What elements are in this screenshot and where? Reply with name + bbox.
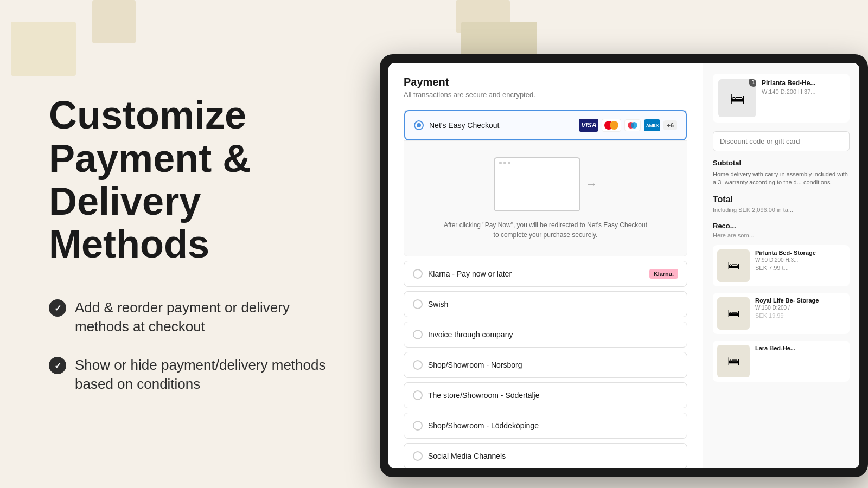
delivery-note: Home delivery with carry-in assembly inc… <box>713 170 850 187</box>
reco-product-1-info: Pirlanta Bed- Storage W:90 D:200 H:3... … <box>755 249 845 282</box>
check-icon-2 <box>49 357 66 374</box>
order-summary: 🛏 1 Pirlanta Bed-He... W:140 D:200 H:37.… <box>703 63 859 468</box>
title-line1: Customize <box>49 93 246 137</box>
main-product-card: 🛏 1 Pirlanta Bed-He... W:140 D:200 H:37.… <box>713 74 850 123</box>
discount-input[interactable] <box>713 131 850 151</box>
radio-nets[interactable] <box>414 120 424 130</box>
radio-klarna[interactable] <box>413 269 423 279</box>
payment-title: Payment <box>404 76 687 88</box>
payment-label-norsborg: Shop/Showroom - Norsborg <box>428 361 678 369</box>
reco-product-3-image: 🛏 <box>717 345 750 377</box>
browser-dots <box>499 162 510 164</box>
browser-dot-2 <box>503 162 506 164</box>
klarna-badge: Klarna. <box>649 269 678 279</box>
radio-loddekopinge[interactable] <box>413 421 423 431</box>
maestro-icon <box>624 119 641 131</box>
browser-dot-1 <box>499 162 502 164</box>
feature-text-2: Show or hide payment/delivery methods ba… <box>75 356 336 394</box>
feature-text-1: Add & reorder payment or delivery method… <box>75 298 336 336</box>
feature-list: Add & reorder payment or delivery method… <box>49 298 336 394</box>
reco-product-3[interactable]: 🛏 Lara Bed-He... <box>713 341 850 382</box>
payment-option-header-loddekopinge[interactable]: Shop/Showroom - Löddeköpinge <box>404 413 687 438</box>
payment-option-header-sodertalje[interactable]: The store/Showroom - Södertälje <box>404 383 687 408</box>
feature-item-1: Add & reorder payment or delivery method… <box>49 298 336 336</box>
device-container: Payment All transactions are secure and … <box>347 0 868 488</box>
reco-product-3-name: Lara Bed-He... <box>755 345 845 351</box>
browser-mockup-container: → <box>494 157 598 211</box>
reco-product-2-image: 🛏 <box>717 297 750 330</box>
feature-item-2: Show or hide payment/delivery methods ba… <box>49 356 336 394</box>
payment-option-sodertalje[interactable]: The store/Showroom - Södertälje <box>404 382 687 408</box>
payment-option-header-social[interactable]: Social Media Channels <box>404 444 687 468</box>
payment-label-nets: Net's Easy Checkout <box>429 121 573 130</box>
nets-graphic: → After clicking "Pay Now", you will be … <box>404 140 687 256</box>
reco-product-1-image: 🛏 <box>717 249 750 282</box>
payment-option-social[interactable]: Social Media Channels <box>404 443 687 468</box>
payment-label-sodertalje: The store/Showroom - Södertälje <box>428 391 678 400</box>
plus-badge: +6 <box>663 120 677 130</box>
checkout-panel: Payment All transactions are secure and … <box>388 63 703 468</box>
nets-description: After clicking "Pay Now", you will be re… <box>443 220 649 240</box>
svg-point-1 <box>631 122 637 129</box>
payment-option-header-swish[interactable]: Swish <box>404 292 687 317</box>
reco-product-2-price: SEK 19.99 <box>755 312 845 319</box>
payment-label-invoice: Invoice through company <box>428 330 678 339</box>
payment-icons-nets: VISA <box>579 119 677 132</box>
main-product-info: Pirlanta Bed-He... W:140 D:200 H:37... <box>762 79 844 117</box>
reco-product-1-name: Pirlanta Bed- Storage <box>755 249 845 256</box>
tablet-frame: Payment All transactions are secure and … <box>380 54 868 477</box>
mastercard-icon <box>602 119 621 132</box>
payment-option-loddekopinge[interactable]: Shop/Showroom - Löddeköpinge <box>404 413 687 439</box>
main-product-name: Pirlanta Bed-He... <box>762 79 844 87</box>
reco-product-2[interactable]: 🛏 Royal Life Be- Storage W:160 D:200 / S… <box>713 293 850 334</box>
browser-dot-3 <box>508 162 510 164</box>
check-icon-1 <box>49 299 66 317</box>
reco-product-2-name: Royal Life Be- Storage <box>755 297 845 304</box>
radio-norsborg[interactable] <box>413 360 423 370</box>
redirect-arrow-icon: → <box>586 177 598 191</box>
payment-option-invoice[interactable]: Invoice through company <box>404 322 687 348</box>
radio-invoice[interactable] <box>413 330 423 339</box>
payment-option-header-klarna[interactable]: Klarna - Pay now or later Klarna. <box>404 261 687 286</box>
reco-product-2-info: Royal Life Be- Storage W:160 D:200 / SEK… <box>755 297 845 330</box>
reco-product-3-info: Lara Bed-He... <box>755 345 845 377</box>
radio-sodertalje[interactable] <box>413 390 423 400</box>
reco-product-1[interactable]: 🛏 Pirlanta Bed- Storage W:90 D:200 H:3..… <box>713 245 850 286</box>
reco-title: Reco... <box>713 222 850 230</box>
radio-swish[interactable] <box>413 299 423 309</box>
payment-option-klarna[interactable]: Klarna - Pay now or later Klarna. <box>404 261 687 287</box>
reco-product-1-price: SEK 7.99 t... <box>755 265 845 271</box>
payment-option-swish[interactable]: Swish <box>404 291 687 317</box>
browser-mockup <box>494 157 580 211</box>
payment-subtitle: All transactions are secure and encrypte… <box>404 91 687 99</box>
payment-label-loddekopinge: Shop/Showroom - Löddeköpinge <box>428 421 678 430</box>
payment-label-social: Social Media Channels <box>428 452 678 460</box>
payment-option-header-norsborg[interactable]: Shop/Showroom - Norsborg <box>404 352 687 377</box>
payment-option-header-invoice[interactable]: Invoice through company <box>404 322 687 347</box>
amex-icon: AMEX <box>644 119 660 131</box>
reco-subtitle: Here are som... <box>713 232 850 239</box>
title-line2: Payment & <box>49 137 251 180</box>
radio-social[interactable] <box>413 451 423 461</box>
tablet-screen: Payment All transactions are secure and … <box>388 63 859 468</box>
total-tax: Including SEK 2,096.00 in ta... <box>713 207 850 213</box>
total-label: Total <box>713 195 850 204</box>
main-product-image: 🛏 1 <box>718 79 756 117</box>
subtotal-label: Subtotal <box>713 159 850 167</box>
title-line3: Delivery Methods <box>49 179 209 266</box>
visa-icon: VISA <box>579 119 598 132</box>
payment-option-norsborg[interactable]: Shop/Showroom - Norsborg <box>404 352 687 378</box>
reco-product-2-dims: W:160 D:200 / <box>755 305 845 311</box>
payment-option-header-nets[interactable]: Net's Easy Checkout VISA <box>404 110 687 140</box>
payment-label-klarna: Klarna - Pay now or later <box>428 269 644 278</box>
payment-label-swish: Swish <box>428 300 678 309</box>
reco-product-1-dims: W:90 D:200 H:3... <box>755 257 845 263</box>
left-panel: Customize Payment & Delivery Methods Add… <box>0 0 369 488</box>
payment-option-nets[interactable]: Net's Easy Checkout VISA <box>404 110 687 256</box>
page-title: Customize Payment & Delivery Methods <box>49 94 336 266</box>
main-product-dims: W:140 D:200 H:37... <box>762 88 844 95</box>
